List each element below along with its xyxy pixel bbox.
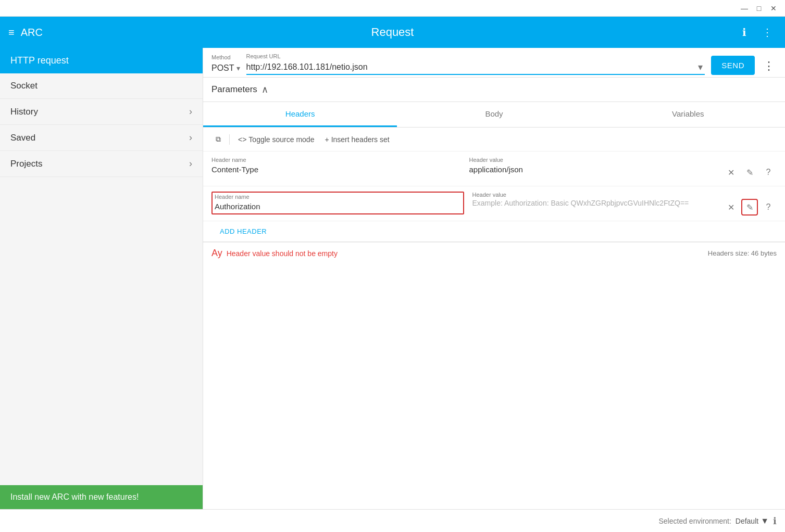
sidebar-footer-banner[interactable]: Install new ARC with new features!	[0, 485, 203, 509]
validation-row: Ay Header value should not be empty Head…	[203, 242, 785, 264]
section-title: Request	[371, 26, 414, 39]
header-name-field-2: Header name Authorization	[211, 192, 464, 214]
info-button[interactable]: ℹ	[735, 23, 754, 42]
help-header-button-2[interactable]: ?	[760, 199, 777, 216]
header-value-label-2: Header value	[472, 192, 719, 198]
sidebar-item-socket-label: Socket	[10, 81, 38, 91]
plus-icon: +	[325, 135, 329, 144]
menu-icon[interactable]: ≡	[8, 27, 15, 39]
env-prefix: Selected environment:	[658, 517, 731, 525]
request-panel: Method POST ▾ Request URL ▾ SEND ⋮	[203, 48, 785, 509]
sidebar-item-history[interactable]: History ›	[0, 99, 203, 125]
topbar: ≡ ARC Request ℹ ⋮	[0, 17, 785, 48]
delete-header-button-2[interactable]: ✕	[722, 199, 739, 216]
request-more-button[interactable]: ⋮	[761, 57, 777, 75]
url-input-wrapper: Request URL ▾	[246, 53, 705, 75]
url-input[interactable]	[246, 60, 696, 74]
method-dropdown-icon: ▾	[236, 64, 240, 72]
chevron-down-icon: ›	[189, 106, 192, 117]
send-button[interactable]: SEND	[711, 56, 755, 75]
minimize-button[interactable]: —	[737, 1, 752, 16]
method-label: Method	[211, 54, 240, 60]
header-row-actions-2: ✕ ✎ ?	[722, 192, 777, 216]
headers-toolbar: ⧉ <> Toggle source mode + Insert headers…	[203, 128, 785, 151]
toggle-source-label: Toggle source mode	[248, 135, 314, 144]
topbar-actions: ℹ ⋮	[735, 23, 777, 42]
insert-headers-button[interactable]: + Insert headers set	[320, 133, 393, 146]
sidebar-item-saved[interactable]: Saved ›	[0, 125, 203, 151]
source-icon: <>	[238, 135, 246, 144]
url-input-row: ▾	[246, 60, 705, 75]
delete-header-button-1[interactable]: ✕	[722, 164, 739, 181]
add-header-button[interactable]: ADD HEADER	[211, 221, 275, 242]
toolbar-separator	[229, 134, 230, 145]
sidebar-item-http-request[interactable]: HTTP request	[0, 48, 203, 73]
chevron-down-icon: ›	[189, 132, 192, 143]
sidebar-item-saved-label: Saved	[10, 133, 35, 143]
url-label: Request URL	[246, 53, 705, 59]
sidebar-item-history-label: History	[10, 107, 38, 117]
method-wrapper: Method POST ▾	[211, 54, 240, 75]
tab-headers[interactable]: Headers	[203, 102, 397, 127]
insert-label: Insert headers set	[331, 135, 390, 144]
titlebar: — □ ✕	[0, 0, 785, 17]
header-row-actions-1: ✕ ✎ ?	[722, 157, 777, 181]
method-select[interactable]: POST ▾	[211, 61, 240, 75]
validation-message: Header value should not be empty	[227, 249, 704, 258]
header-name-value-2: Authorization	[215, 201, 461, 212]
tabs: Headers Body Variables	[203, 102, 785, 128]
bottom-bar: Selected environment: Default ▼ ℹ	[0, 509, 785, 532]
header-value-field-2: Header value Example: Authorization: Bas…	[472, 192, 719, 214]
parameters-label: Parameters	[211, 84, 257, 95]
header-value-value-1: application/json	[469, 164, 719, 175]
header-name-field-1: Header name Content-Type	[211, 157, 461, 175]
header-field-group: Header name Content-Type Header value ap…	[211, 157, 718, 175]
edit-header-button-1[interactable]: ✎	[741, 164, 758, 181]
tab-variables[interactable]: Variables	[591, 102, 785, 127]
header-name-label-1: Header name	[211, 157, 461, 163]
sidebar-item-projects[interactable]: Projects ›	[0, 151, 203, 177]
header-name-value-1: Content-Type	[211, 164, 461, 175]
maximize-button[interactable]: □	[752, 1, 766, 16]
copy-button[interactable]: ⧉	[211, 133, 225, 146]
header-value-label-1: Header value	[469, 157, 719, 163]
chevron-down-icon: ›	[189, 158, 192, 169]
tab-body[interactable]: Body	[397, 102, 591, 127]
sidebar-item-projects-label: Projects	[10, 159, 42, 169]
add-header-section: ADD HEADER	[203, 221, 785, 242]
headers-size: Headers size: 46 bytes	[708, 249, 777, 257]
env-dropdown-icon: ▼	[761, 516, 769, 526]
parameters-section: Parameters ∧	[203, 78, 785, 102]
main-content: HTTP request Socket History › Saved › Pr…	[0, 48, 785, 509]
more-button[interactable]: ⋮	[758, 23, 777, 42]
method-value: POST	[211, 64, 234, 73]
header-row: Header name Content-Type Header value ap…	[203, 151, 785, 186]
copy-icon: ⧉	[216, 135, 221, 144]
header-row-authorization: Header name Authorization Header value E…	[203, 186, 785, 221]
close-button[interactable]: ✕	[766, 1, 781, 16]
env-selector: Selected environment: Default ▼ ℹ	[658, 515, 777, 527]
collapse-button[interactable]: ∧	[261, 84, 268, 95]
app: ≡ ARC Request ℹ ⋮ HTTP request Socket Hi…	[0, 17, 785, 532]
header-value-field-1: Header value application/json	[469, 157, 719, 175]
env-value: Default	[736, 517, 758, 525]
toggle-source-button[interactable]: <> Toggle source mode	[234, 133, 318, 146]
validation-icon: Ay	[211, 248, 222, 259]
app-title: ARC	[21, 27, 43, 39]
header-value-placeholder-2: Example: Authorization: Basic QWxhZGRpbj…	[472, 199, 719, 207]
sidebar-item-socket[interactable]: Socket	[0, 73, 203, 99]
env-dropdown[interactable]: Default ▼	[736, 516, 769, 526]
url-dropdown-button[interactable]: ▾	[696, 60, 705, 74]
header-field-group-2: Header name Authorization Header value E…	[211, 192, 718, 214]
sidebar: HTTP request Socket History › Saved › Pr…	[0, 48, 203, 509]
env-info-button[interactable]: ℹ	[773, 515, 777, 527]
help-header-button-1[interactable]: ?	[760, 164, 777, 181]
edit-header-button-2[interactable]: ✎	[741, 199, 758, 216]
header-name-label-2: Header name	[215, 194, 461, 200]
